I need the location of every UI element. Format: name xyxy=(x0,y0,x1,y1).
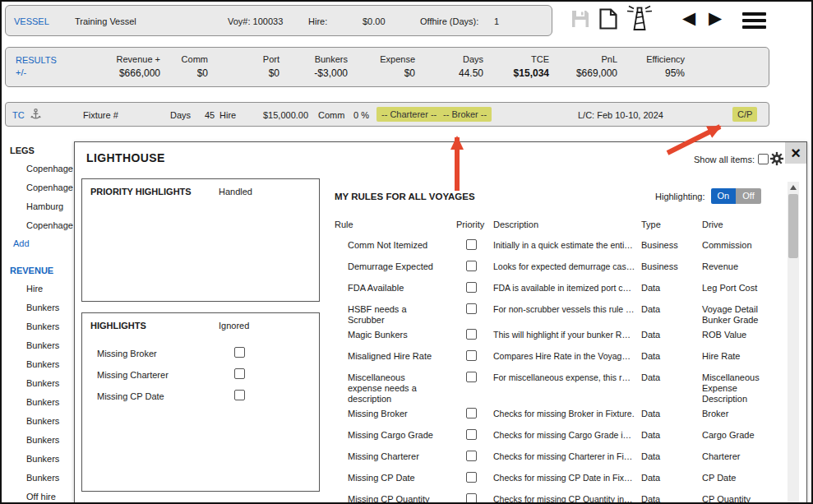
results-columns: Revenue + $666,000 Comm $0 Port $0 Bunke… xyxy=(88,48,685,86)
lighthouse-icon[interactable] xyxy=(625,4,654,34)
results-column: TCE $15,034 xyxy=(483,48,549,86)
rule-priority-checkbox[interactable] xyxy=(466,329,477,340)
results-column-label: Revenue + xyxy=(88,54,160,64)
rule-drive: Charterer xyxy=(696,447,778,462)
highlight-row: Missing Broker xyxy=(82,344,319,366)
highlight-label[interactable]: Missing CP Date xyxy=(97,391,164,401)
results-column-value: -$3,000 xyxy=(279,67,348,79)
results-column: Expense $0 xyxy=(348,48,415,86)
prev-arrow-button[interactable]: ◀ xyxy=(682,8,695,28)
rule-row[interactable]: Misaligned Hire Rate Compares Hire Rate … xyxy=(335,347,778,368)
rule-description: This will highlight if your bunker R… xyxy=(487,326,635,340)
rule-row[interactable]: HSBF needs a Scrubber For non-scrubber v… xyxy=(335,300,778,326)
highlight-label[interactable]: Missing Charterer xyxy=(97,370,169,380)
rule-name: Demurrage Expected xyxy=(335,257,451,272)
tc-comm-value[interactable]: 0 % xyxy=(353,110,369,120)
laycan-dates[interactable]: L/C: Feb 10-10, 2024 xyxy=(578,110,663,120)
rule-row[interactable]: FDA Available FDA is available in itemiz… xyxy=(335,279,778,300)
rule-row[interactable]: Demurrage Expected Looks for expected de… xyxy=(335,257,778,279)
results-label[interactable]: RESULTS +/- xyxy=(6,48,88,86)
rule-drive: Revenue xyxy=(696,257,778,272)
header-rule: Rule xyxy=(335,220,451,229)
highlight-ignored-checkbox[interactable] xyxy=(234,347,245,358)
rule-priority-checkbox[interactable] xyxy=(466,408,477,418)
close-icon[interactable]: × xyxy=(785,142,806,164)
results-column: PnL $669,000 xyxy=(549,48,617,86)
rule-row[interactable]: Missing Broker Checks for missing Broker… xyxy=(335,405,778,426)
rule-priority-checkbox[interactable] xyxy=(466,239,477,250)
fixture-number-label: Fixture # xyxy=(83,110,118,120)
rule-priority-checkbox[interactable] xyxy=(466,282,477,293)
rule-name: Missing Broker xyxy=(335,405,451,419)
highlighting-control: Highlighting: On Off xyxy=(655,188,761,204)
rule-description: For non-scrubber vessels this rule … xyxy=(487,300,635,315)
results-column: Bunkers -$3,000 xyxy=(279,48,348,86)
highlight-ignored-checkbox[interactable] xyxy=(234,368,245,379)
cp-button[interactable]: C/P xyxy=(732,107,757,122)
ignored-column-label: Ignored xyxy=(219,321,249,331)
show-all-items-checkbox[interactable] xyxy=(758,154,769,164)
rule-description: Checks for missing CP Quantity in… xyxy=(487,490,635,504)
rule-type: Data xyxy=(635,300,696,315)
rule-priority-checkbox[interactable] xyxy=(466,350,477,361)
results-column: Days 44.50 xyxy=(415,48,483,86)
results-column-label: Bunkers xyxy=(279,54,348,64)
rule-priority-checkbox[interactable] xyxy=(466,372,477,382)
tc-label[interactable]: TC xyxy=(12,110,25,120)
rule-type: Data xyxy=(635,405,696,419)
rule-priority-checkbox[interactable] xyxy=(466,493,477,504)
gear-icon[interactable] xyxy=(769,151,784,168)
highlight-label[interactable]: Missing Broker xyxy=(97,349,157,358)
rule-name: Missing Charterer xyxy=(335,447,451,462)
results-column-value: $669,000 xyxy=(549,67,617,79)
rule-row[interactable]: Comm Not Itemized Initially in a quick e… xyxy=(335,236,778,257)
results-column-value: $0 xyxy=(160,67,208,79)
rule-drive: ROB Value xyxy=(696,326,778,340)
rule-type: Data xyxy=(635,447,696,462)
rule-row[interactable]: Missing CP Date Checks for missing CP Da… xyxy=(335,469,778,490)
rule-row[interactable]: Missing Cargo Grade Checks for missing C… xyxy=(335,426,778,447)
rule-name: Magic Bunkers xyxy=(335,326,451,340)
rule-priority-checkbox[interactable] xyxy=(466,472,477,483)
results-column: Port $0 xyxy=(208,48,279,86)
rule-description: For miscellaneous expense, this r… xyxy=(487,368,635,383)
voyage-number: Voy#: 100033 xyxy=(228,16,283,26)
rule-type: Business xyxy=(635,236,696,251)
rules-scrollbar[interactable] xyxy=(788,182,799,504)
highlights-title: HIGHLIGHTS xyxy=(90,321,146,331)
rule-description: FDA is available in itemized port c… xyxy=(487,279,635,294)
results-column-label: Efficiency xyxy=(617,54,685,64)
highlight-ignored-checkbox[interactable] xyxy=(234,390,245,400)
rule-priority-checkbox[interactable] xyxy=(466,451,477,461)
rule-drive: Commission xyxy=(696,236,778,251)
rule-priority-checkbox[interactable] xyxy=(466,261,477,271)
rule-name: Comm Not Itemized xyxy=(335,236,451,251)
charterer-placeholder[interactable]: -- Charterer -- xyxy=(376,107,441,122)
rule-row[interactable]: Missing Charterer Checks for missing Cha… xyxy=(335,447,778,469)
scrollbar-thumb[interactable] xyxy=(788,194,798,258)
rule-row[interactable]: Missing CP Quantity Checks for missing C… xyxy=(335,490,778,504)
rule-type: Data xyxy=(635,490,696,504)
rule-priority-checkbox[interactable] xyxy=(466,429,477,440)
tc-hire-rate-value[interactable]: $15,000.00 xyxy=(263,110,308,120)
rule-name: Missing Cargo Grade xyxy=(335,426,451,441)
scroll-up-icon[interactable] xyxy=(790,185,797,190)
highlight-row: Missing Charterer xyxy=(82,366,319,387)
header-type: Type xyxy=(635,220,696,229)
highlighting-off-button[interactable]: Off xyxy=(736,188,760,204)
rule-priority-checkbox[interactable] xyxy=(466,303,477,314)
vessel-label[interactable]: VESSEL xyxy=(14,16,49,26)
rule-row[interactable]: Miscellaneous expense needs a descriptio… xyxy=(335,368,778,405)
next-arrow-button[interactable]: ▶ xyxy=(709,8,722,28)
menu-icon[interactable] xyxy=(742,12,766,32)
show-all-items-label: Show all items: xyxy=(694,155,755,164)
highlighting-on-button[interactable]: On xyxy=(711,188,737,204)
new-document-icon[interactable] xyxy=(599,8,617,30)
results-column-value: $666,000 xyxy=(88,67,160,79)
broker-placeholder[interactable]: -- Broker -- xyxy=(438,107,492,122)
save-icon[interactable] xyxy=(570,9,590,29)
rule-name: Missing CP Date xyxy=(335,469,451,483)
tc-days-value[interactable]: 45 xyxy=(205,110,215,120)
rule-row[interactable]: Magic Bunkers This will highlight if you… xyxy=(335,326,778,347)
app-window: VESSEL Training Vessel Voy#: 100033 Hire… xyxy=(0,0,813,504)
